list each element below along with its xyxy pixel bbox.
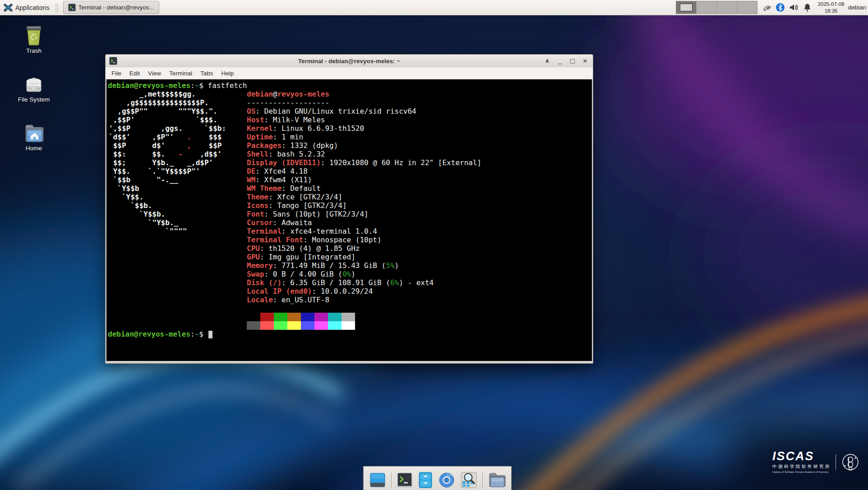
fastfetch-info-line: CPU: th1520 (4) @ 1.85 GHz xyxy=(247,244,481,253)
ascii-art-line: ',$$P ,ggs. `$$b: xyxy=(109,124,226,133)
file-cabinet-icon[interactable] xyxy=(418,472,433,489)
palette-swatch xyxy=(342,313,355,321)
fastfetch-info-line: GPU: Img gpu [Integrated] xyxy=(247,253,481,261)
workspace-2[interactable] xyxy=(696,1,716,14)
fastfetch-info-line: Terminal Font: Monospace (10pt) xyxy=(247,236,481,244)
chromium-browser-icon[interactable] xyxy=(438,472,455,489)
fastfetch-output: _,met$$$$$gg. ,g$$$$$$$$$$$$$$$P. ,g$$P"… xyxy=(108,90,592,330)
ascii-art-line: `Y$$. xyxy=(109,193,226,201)
ascii-art-line: $$P d$' , $$P xyxy=(109,141,226,150)
terminal-cursor xyxy=(208,331,212,338)
menu-item-terminal[interactable]: Terminal xyxy=(165,69,196,78)
file-system-label: File System xyxy=(9,96,59,103)
ascii-art: _,met$$$$$gg. ,g$$$$$$$$$$$$$$$P. ,g$$P"… xyxy=(109,90,226,236)
palette-swatch xyxy=(247,321,260,330)
ascii-art-line: `Y$$b. xyxy=(109,210,226,218)
applications-menu-button[interactable]: Applications xyxy=(0,0,53,15)
dock-separator xyxy=(391,472,392,488)
ascii-art-line: `"Y$b._ xyxy=(109,218,226,227)
application-finder-icon[interactable] xyxy=(460,472,477,489)
color-palette-row-2 xyxy=(247,321,481,330)
palette-swatch xyxy=(314,321,328,330)
fastfetch-info-line: Local IP (end0): 10.0.0.29/24 xyxy=(247,287,481,296)
panel-grip-handle[interactable] xyxy=(55,3,59,12)
workspace-window-preview xyxy=(680,4,693,11)
fastfetch-info-line: Disk (/): 6.35 GiB / 108.91 GiB (6%) - e… xyxy=(247,278,481,287)
ascii-art-line: ,g$$P"" """Y$$.". xyxy=(109,107,226,116)
palette-swatch xyxy=(287,321,301,330)
fastfetch-info-line: Shell: bash 5.2.32 xyxy=(247,150,481,158)
panel-user-menu[interactable]: debian xyxy=(848,4,866,11)
terminal-menubar: FileEditViewTerminalTabsHelp xyxy=(106,67,593,79)
close-button[interactable]: × xyxy=(581,55,589,67)
fastfetch-info-line: Cursor: Adwaita xyxy=(247,218,481,227)
ascii-art-line: $$: $$. - ,d$$' xyxy=(109,150,226,158)
taskbar-terminal-button[interactable]: Terminal - debian@revyos... xyxy=(63,1,159,14)
fastfetch-info-line: Font: Sans (10pt) [GTK2/3/4] xyxy=(247,210,481,218)
fastfetch-info-line: DE: Xfce4 4.18 xyxy=(247,167,481,176)
window-titlebar[interactable]: Terminal - debian@revyos-meles: ~ ∧_□× xyxy=(106,55,593,67)
fastfetch-info-line: Swap: 0 B / 4.00 GiB (0%) xyxy=(247,270,481,278)
ascii-art-line: `Y$$b xyxy=(109,184,226,193)
shade-button[interactable]: ∧ xyxy=(543,55,551,67)
show-desktop-icon[interactable] xyxy=(369,472,386,488)
window-terminal-icon xyxy=(109,57,117,65)
system-tray xyxy=(762,3,812,12)
fastfetch-info-line: OS: Debian GNU/Linux trixie/sid riscv64 xyxy=(247,107,481,116)
desktop-icon-file-system[interactable]: File System xyxy=(9,75,59,103)
terminal-screen[interactable]: debian@revyos-meles:~$ fastfetch _,met$$… xyxy=(106,79,592,361)
iscas-wordmark: ISCAS xyxy=(772,450,831,462)
desktop-icon-trash[interactable]: Trash xyxy=(9,24,59,54)
fastfetch-info-line: Display (IDVED11): 1920x1080 @ 60 Hz in … xyxy=(247,158,481,167)
xfce-logo-icon xyxy=(4,3,13,12)
volume-tray-icon[interactable] xyxy=(789,3,799,12)
trash-icon xyxy=(9,24,59,46)
palette-swatch xyxy=(342,321,355,330)
ascii-art-line: $$; Y$b._ _,d$P' xyxy=(109,158,226,167)
window-controls: ∧_□× xyxy=(543,55,589,67)
menu-item-help[interactable]: Help xyxy=(217,69,238,78)
window-title: Terminal - debian@revyos-meles: ~ xyxy=(106,58,593,65)
panel-clock[interactable]: 2025-07-08 18:35 xyxy=(818,1,845,14)
menu-item-edit[interactable]: Edit xyxy=(125,69,144,78)
terminal-window: Terminal - debian@revyos-meles: ~ ∧_□× F… xyxy=(105,54,593,364)
terminal-prompt-line-1: debian@revyos-meles:~$ fastfetch xyxy=(108,81,592,90)
bottom-dock xyxy=(363,466,512,490)
blank-line xyxy=(247,304,481,313)
workspace-4[interactable] xyxy=(737,1,757,14)
workspace-3[interactable] xyxy=(716,1,737,14)
hard-drive-icon xyxy=(9,75,59,95)
trash-label: Trash xyxy=(9,47,59,54)
menu-item-file[interactable]: File xyxy=(107,69,125,78)
branding-divider xyxy=(836,454,836,470)
file-manager-folder-icon[interactable] xyxy=(488,472,506,488)
fastfetch-info-line: Uptime: 1 min xyxy=(247,133,481,141)
dock-separator-2 xyxy=(482,472,483,488)
palette-swatch xyxy=(328,321,342,330)
menu-item-view[interactable]: View xyxy=(144,69,165,78)
palette-swatch xyxy=(301,321,314,330)
home-label: Home xyxy=(9,145,59,152)
palette-swatch xyxy=(314,313,328,321)
iscas-text-block: ISCAS 中国科学院软件研究所 Institute of Software C… xyxy=(772,450,831,473)
maximize-button[interactable]: □ xyxy=(568,55,577,67)
minimize-button[interactable]: _ xyxy=(556,55,564,67)
clock-time: 18:35 xyxy=(818,8,845,14)
fastfetch-info-line: WM: Xfwm4 (X11) xyxy=(247,176,481,184)
desktop-icon-home[interactable]: Home xyxy=(9,123,59,152)
palette-swatch xyxy=(287,313,301,321)
fastfetch-info-line: ------------------- xyxy=(247,98,481,107)
home-folder-icon xyxy=(9,123,59,143)
workspace-1[interactable] xyxy=(676,1,696,14)
bluetooth-tray-icon[interactable] xyxy=(776,3,785,12)
notifications-bell-tray-icon[interactable] xyxy=(803,3,812,12)
applications-menu-label: Applications xyxy=(15,4,50,11)
iscas-chinese-name: 中国科学院软件研究所 xyxy=(772,464,831,470)
menu-item-tabs[interactable]: Tabs xyxy=(196,69,217,78)
terminal-launcher-icon[interactable] xyxy=(397,472,413,488)
utility-tool-tray-icon[interactable] xyxy=(762,3,771,12)
clock-date: 2025-07-08 xyxy=(818,1,845,7)
fastfetch-info-line: WM Theme: Default xyxy=(247,184,481,193)
ascii-art-line: ,$$P' `$$$. xyxy=(109,116,226,124)
iscas-english-name: Institute of Software Chinese Academy of… xyxy=(772,471,831,473)
